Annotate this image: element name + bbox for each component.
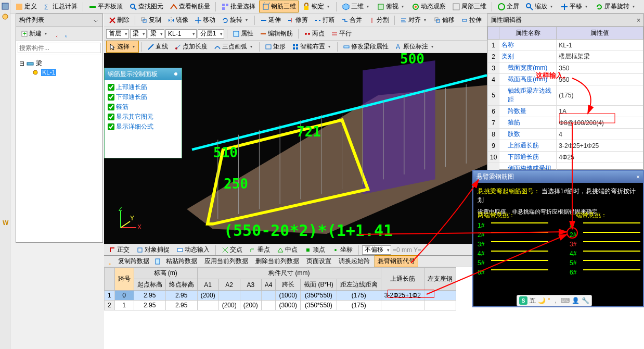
layer-select[interactable]: 分层1 <box>198 29 224 39</box>
dyninput-toggle[interactable]: 动态输入 <box>174 244 212 255</box>
orig-annotation-button[interactable]: A原位标注▾ <box>392 41 437 53</box>
span-data-grid[interactable]: 跨号 标高 (m) 构件尺寸 (mm) 上通长筋 左支座钢 起点标高 终点标高 … <box>104 267 456 310</box>
select-tool[interactable]: 选择▾ <box>106 41 139 53</box>
merge-button[interactable]: 合并 <box>339 14 365 26</box>
chk-stirrup[interactable]: 箍筋 <box>108 102 178 112</box>
cant-opt-l4[interactable]: 4# <box>478 250 548 257</box>
copy-span-button[interactable]: 复制跨数据 <box>115 256 152 267</box>
cantilever-title-bar[interactable]: 悬臂梁钢筋图 × <box>473 171 643 183</box>
chk-bottom-bar[interactable]: 下部通长筋 <box>108 92 178 102</box>
delete-col-button[interactable]: 删除当前列数据 <box>253 256 302 267</box>
cant-opt-l3[interactable]: 3# <box>478 241 548 248</box>
view-rebar-button[interactable]: 查看钢筋量 <box>167 1 213 13</box>
align-button[interactable]: 对齐▾ <box>397 14 430 26</box>
offset-mode-select[interactable]: 不偏移 <box>362 245 391 255</box>
cant-opt-r2[interactable]: 2# <box>570 231 640 239</box>
elevation-button[interactable]: 俯视▾ <box>374 1 408 13</box>
prop-row[interactable]: 9上部通长筋3-2Φ25+1Φ25 <box>488 140 643 152</box>
ime-sun-icon[interactable]: ° <box>548 297 550 304</box>
cant-opt-l1[interactable]: 1# <box>478 222 548 229</box>
lock-button[interactable]: 锁定▾ <box>300 1 333 13</box>
batch-select-button[interactable]: 批量选择 <box>218 1 258 13</box>
chk-formula[interactable]: 显示详细公式 <box>108 122 178 132</box>
delete-component-button[interactable] <box>53 30 60 38</box>
panel-menu-icon[interactable] <box>92 17 99 24</box>
flat-top-button[interactable]: 平齐板顶 <box>86 1 125 13</box>
cantilever-code-button[interactable]: 悬臂钢筋代号 <box>375 255 418 267</box>
3d-view-button[interactable]: 三维▾ <box>339 1 373 13</box>
page-setup-button[interactable]: 页面设置 <box>304 256 334 267</box>
ime-user-icon[interactable]: 👤 <box>572 297 579 304</box>
stretch-button[interactable]: 拉伸 <box>458 14 484 26</box>
tree-item-kl1[interactable]: KL-1 <box>19 68 99 77</box>
define-button[interactable]: 定义 <box>12 1 40 13</box>
point-add-length-tool[interactable]: 点加长度 <box>172 41 210 53</box>
zoom-button[interactable]: 缩放▾ <box>523 1 557 13</box>
smart-place-tool[interactable]: 智能布置▾ <box>289 41 334 53</box>
snap-intersection[interactable]: 交点 <box>219 244 245 255</box>
break-button[interactable]: 打断 <box>312 14 338 26</box>
chk-top-bar[interactable]: 上部通长筋 <box>108 82 178 92</box>
new-component-button[interactable]: +新建▾ <box>18 28 51 40</box>
screen-rotate-button[interactable]: 屏幕旋转▾ <box>593 1 639 13</box>
viewport-3d[interactable]: 500 721 510 250 (550-20*2)*(1+1.41 Z X Y… <box>104 41 487 244</box>
component-select[interactable]: KL-1 <box>165 29 197 39</box>
cant-opt-r5[interactable]: 5# <box>570 259 640 267</box>
ime-punct-icon[interactable]: ， <box>552 296 559 305</box>
osnap-toggle[interactable]: 对象捕捉 <box>134 244 172 255</box>
move-button[interactable]: 移动 <box>192 14 218 26</box>
strip-icon-2[interactable] <box>1 13 9 21</box>
tree-root-beam[interactable]: ⊟ 梁 <box>19 58 99 68</box>
ime-keyboard-icon[interactable]: ⌨ <box>561 297 570 304</box>
dynamic-view-button[interactable]: 动态观察 <box>409 1 448 13</box>
rotate-button[interactable]: 旋转▾ <box>219 14 252 26</box>
snap-perpendicular[interactable]: 垂点 <box>247 244 273 255</box>
offset-button[interactable]: 偏移 <box>431 14 457 26</box>
chk-other-elem[interactable]: 显示其它图元 <box>108 112 178 122</box>
fullscreen-button[interactable]: 全屏 <box>495 1 522 13</box>
edit-span-prop-button[interactable]: 修改梁段属性 <box>340 41 391 53</box>
panel-close-icon[interactable]: × <box>637 17 640 24</box>
category-select[interactable]: 梁 <box>130 29 147 39</box>
rebar-ctrl-title-bar[interactable]: 钢筋显示控制面板 <box>105 68 182 80</box>
subcategory-select[interactable]: 梁 <box>148 29 164 39</box>
mirror-button[interactable]: 镜像 <box>165 14 191 26</box>
sum-button[interactable]: Σ汇总计算 <box>41 1 80 13</box>
prop-row[interactable]: 7箍筋Φ8@100/200(4) <box>488 117 643 129</box>
prop-row[interactable]: 8肢数4 <box>488 129 643 140</box>
snap-midpoint[interactable]: 中点 <box>274 244 300 255</box>
copy-component-button[interactable] <box>62 30 70 38</box>
prop-row[interactable]: 5轴线距梁左边线距(175) <box>488 85 643 106</box>
cant-opt-r3[interactable]: 3# <box>570 241 640 248</box>
span-tool-icon[interactable] <box>106 258 113 265</box>
rebar-3d-button[interactable]: 钢筋三维 <box>259 1 299 13</box>
cant-opt-l5[interactable]: 5# <box>478 259 548 267</box>
paste-span-button[interactable]: 粘贴跨数据 <box>163 256 200 267</box>
ime-toolbar[interactable]: S 五 🌙 ° ， ⌨ 👤 🔧 <box>517 295 592 306</box>
cantilever-close-icon[interactable]: × <box>636 173 640 181</box>
snap-vertex[interactable]: 顶点 <box>302 244 328 255</box>
search-input[interactable] <box>18 43 101 53</box>
cant-opt-r6[interactable]: 6# <box>570 269 640 276</box>
snap-coord[interactable]: 坐标 <box>329 244 355 255</box>
ortho-toggle[interactable]: 正交 <box>106 244 132 255</box>
find-elem-button[interactable]: 查找图元 <box>126 1 166 13</box>
cant-opt-r1[interactable]: # <box>570 222 640 229</box>
floor-select[interactable]: 首层 <box>106 29 129 39</box>
cant-opt-r4[interactable]: 4# <box>570 250 640 257</box>
strip-icon-1[interactable] <box>1 2 9 10</box>
ime-settings-icon[interactable]: 🔧 <box>582 297 589 304</box>
property-button[interactable]: 属性 <box>230 28 256 40</box>
trim-button[interactable]: 修剪 <box>285 14 311 26</box>
swap-span-button[interactable]: 调换起始跨 <box>336 256 372 267</box>
edit-rebar-button[interactable]: 编辑钢筋 <box>257 28 295 40</box>
cant-opt-l6[interactable]: 6# <box>478 269 548 276</box>
two-point-button[interactable]: 两点 <box>301 28 327 40</box>
three-point-arc-tool[interactable]: 三点画弧▾ <box>211 41 256 53</box>
ime-moon-icon[interactable]: 🌙 <box>538 297 546 304</box>
split-button[interactable]: 分割 <box>366 14 392 26</box>
grid-row-2[interactable]: 2 1 2.952.95 (200)(200) (3000)(350*550)(… <box>105 301 456 310</box>
pan-button[interactable]: 平移▾ <box>558 1 591 13</box>
copy-button[interactable]: 复制 <box>138 14 164 26</box>
apply-col-button[interactable]: 应用当前列数据 <box>202 256 251 267</box>
